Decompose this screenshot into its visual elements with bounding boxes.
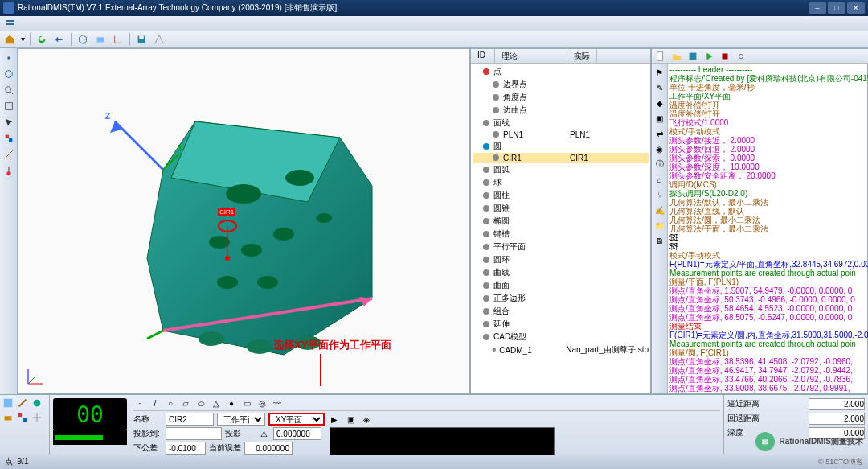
opt2-icon[interactable]: ◈ xyxy=(360,413,373,426)
code-line[interactable]: 测头参数/安全距离， 20.0000 xyxy=(669,171,868,180)
home-icon[interactable] xyxy=(3,33,16,46)
3d-viewport[interactable]: CIR1 Z Y xyxy=(18,48,470,394)
cad-model[interactable]: CIR1 Z Y xyxy=(99,97,404,371)
code-line[interactable]: 模式/手动模式 xyxy=(669,127,868,136)
axis2-icon[interactable] xyxy=(153,33,166,46)
folder-icon[interactable]: 📁 xyxy=(653,219,666,232)
color-icon[interactable] xyxy=(2,132,15,145)
probe-icon[interactable] xyxy=(2,164,15,177)
panel-icon-4[interactable] xyxy=(2,411,14,424)
sphere-icon[interactable]: ● xyxy=(225,397,238,410)
note-icon[interactable]: ✍ xyxy=(653,204,666,216)
undo-icon[interactable] xyxy=(53,33,66,46)
code-line[interactable]: 测量/平面, F(PLN1) xyxy=(669,278,868,286)
info-icon[interactable]: ⓘ xyxy=(653,158,666,171)
panel-icon-1[interactable] xyxy=(2,397,14,409)
code-line[interactable]: 测点/直角坐标, 46.9417, 34.7947, -2.0792, -0.9… xyxy=(669,366,868,375)
minimize-button[interactable]: – xyxy=(809,2,826,14)
tree-node[interactable]: 圆柱 xyxy=(473,189,649,202)
program-code[interactable]: ---------- header ---------- 程序标志/'Creat… xyxy=(668,64,868,393)
cyl-icon[interactable]: ⬭ xyxy=(194,397,207,410)
zoom-icon[interactable] xyxy=(2,84,15,97)
code-line[interactable]: 测点/直角坐标, 33.4766, 40.2066, -2.0792, -0.7… xyxy=(669,375,868,384)
workplane-type-select[interactable]: 工作平面 xyxy=(217,413,265,426)
tree-node[interactable]: 椭圆 xyxy=(473,215,649,228)
open-icon[interactable] xyxy=(670,50,683,63)
code-line[interactable]: Measurement points are created through a… xyxy=(669,269,868,278)
code-line[interactable]: 测头参数/接近， 2.0000 xyxy=(669,136,868,145)
code-line[interactable]: 测点/直角坐标, 38.5396, 41.4508, -2.0792, -0.0… xyxy=(669,357,868,366)
branch-icon[interactable]: ⑂ xyxy=(653,188,666,201)
code-line[interactable]: 程序标志/'Created by [爱科腾瑞科技(北京)有限公司-0415 xyxy=(669,74,868,83)
stop-icon[interactable] xyxy=(719,50,731,63)
code-line[interactable]: 测量/圆, F(CIR1) xyxy=(669,348,868,357)
home2-icon[interactable]: ⌂ xyxy=(653,173,666,186)
code-line[interactable]: $$ xyxy=(669,242,868,251)
save-icon[interactable] xyxy=(135,33,148,46)
pan-icon[interactable] xyxy=(2,51,15,64)
code-line[interactable]: Measurement points are created through a… xyxy=(669,339,868,348)
panel-icon-5[interactable] xyxy=(16,411,29,424)
surface-icon[interactable] xyxy=(94,33,107,46)
code-line[interactable]: 测头参数/探索， 0.0000 xyxy=(669,154,868,163)
tree-node[interactable]: CIR1CIR1 xyxy=(473,153,649,163)
maximize-button[interactable]: □ xyxy=(828,2,845,14)
code-line[interactable]: 测点/直角坐标, 58.4654, 4.5523, -0.0000, 0.000… xyxy=(669,304,868,313)
lowtol-input[interactable] xyxy=(166,442,206,455)
code-line[interactable]: 几何算法/平面，最小二乘法 xyxy=(669,224,868,233)
rotate-icon[interactable] xyxy=(2,68,15,80)
code-line[interactable]: 测头参数/回退， 2.0000 xyxy=(669,145,868,154)
code-line[interactable]: 几何算法/直线，默认 xyxy=(669,207,868,216)
code-line[interactable]: 测点/直角坐标, 33.9008, 38.6675, -2.0792, 0.99… xyxy=(669,384,868,393)
plane-feat-icon[interactable]: ▱ xyxy=(179,397,192,410)
approach-input[interactable] xyxy=(809,398,865,410)
fit-icon[interactable] xyxy=(2,100,15,113)
code-line[interactable]: 模式/手动模式 xyxy=(669,251,868,260)
slot-icon[interactable]: ▭ xyxy=(240,397,253,410)
cube-icon[interactable] xyxy=(76,33,89,46)
gear-icon[interactable] xyxy=(735,50,747,63)
comment-icon[interactable]: ✎ xyxy=(653,81,666,94)
code-line[interactable]: 测点/直角坐标, 1.5007, 54.9479, -0.0000, 0.000… xyxy=(669,286,868,295)
tree-node[interactable]: CADM_1Nan_part_由测尊子.stp xyxy=(473,344,649,356)
curerr-input[interactable] xyxy=(244,442,293,455)
tree-node[interactable]: CAD模型 xyxy=(473,331,649,344)
workplane-select[interactable]: XY平面 xyxy=(268,413,325,426)
ref-input[interactable] xyxy=(166,427,222,440)
process-icon[interactable]: ▣ xyxy=(653,112,666,125)
code-line[interactable]: 工作平面/XY平面 xyxy=(669,92,868,101)
tree-node[interactable]: 边界点 xyxy=(473,78,649,91)
torus-icon[interactable]: ◎ xyxy=(256,397,268,410)
code-line[interactable]: 测点/直角坐标, 50.3743, -0.4966, -0.0000, 0.00… xyxy=(669,295,868,304)
panel-icon-3[interactable] xyxy=(31,397,43,409)
tree-body[interactable]: 点边界点角度点边曲点面线PLN1PLN1圆CIR1CIR1圆弧球圆柱圆锥椭圆键槽… xyxy=(471,64,650,393)
dropdown-icon[interactable]: ▾ xyxy=(21,35,25,43)
tree-node[interactable]: 球 xyxy=(473,176,649,189)
panel-icon-6[interactable] xyxy=(31,411,43,424)
menu-icon[interactable] xyxy=(5,18,16,29)
curve-icon[interactable]: 〰 xyxy=(271,397,284,410)
retract-input[interactable] xyxy=(809,413,865,425)
code-line[interactable]: 温度补偿/打开 xyxy=(669,109,868,118)
panel-icon-2[interactable] xyxy=(16,397,29,409)
code-line[interactable]: 温度补偿/打开 xyxy=(669,101,868,109)
tree-node[interactable]: 圆弧 xyxy=(473,163,649,176)
diamond-icon[interactable]: ◆ xyxy=(653,97,666,109)
tree-node[interactable]: 边曲点 xyxy=(473,104,649,117)
apply-icon[interactable]: ▶ xyxy=(328,413,341,426)
tree-node[interactable]: 点 xyxy=(473,65,649,78)
name-input[interactable] xyxy=(166,413,214,426)
tree-node[interactable]: 平行平面 xyxy=(473,241,649,253)
tree-node[interactable]: 组合 xyxy=(473,305,649,318)
code-line[interactable]: F(PLN1)=元素定义/平面,直角坐标,32.8445,34.6972,0.0… xyxy=(669,260,868,269)
pt-icon[interactable]: · xyxy=(133,397,146,410)
run-icon[interactable] xyxy=(702,50,715,63)
code-line[interactable]: 探头调用/S(L20-D2.0) xyxy=(669,189,868,198)
proj-input[interactable] xyxy=(273,427,321,440)
circle-feat-icon[interactable]: ○ xyxy=(164,397,177,410)
axis-icon[interactable] xyxy=(112,33,125,46)
tree-node[interactable]: 正多边形 xyxy=(473,292,649,305)
opt1-icon[interactable]: ▣ xyxy=(344,413,357,426)
cone-icon[interactable]: △ xyxy=(210,397,223,410)
code-line[interactable]: $$ xyxy=(669,233,868,242)
